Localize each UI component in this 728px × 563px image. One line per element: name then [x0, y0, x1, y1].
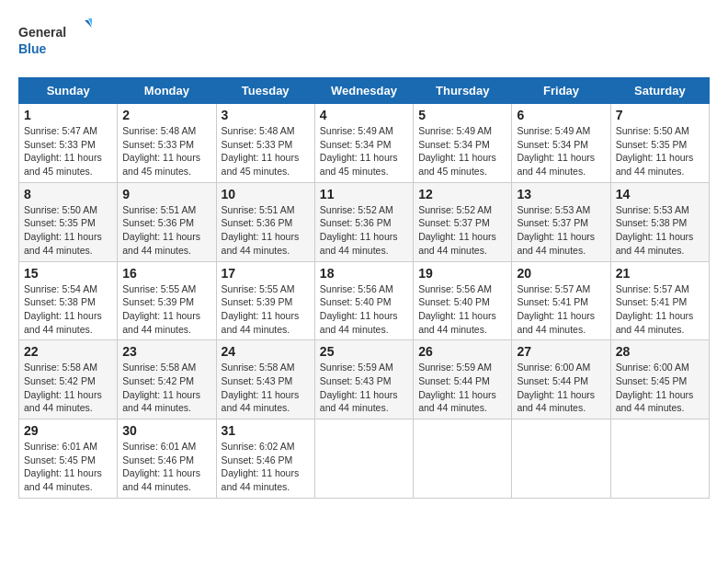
- calendar-cell: 23 Sunrise: 5:58 AM Sunset: 5:42 PM Dayl…: [118, 340, 216, 419]
- day-number: 22: [24, 344, 112, 359]
- day-info: Sunrise: 5:49 AM Sunset: 5:34 PM Dayligh…: [320, 124, 408, 178]
- day-number: 6: [517, 108, 605, 122]
- calendar-cell: 10 Sunrise: 5:51 AM Sunset: 5:36 PM Dayl…: [216, 182, 314, 261]
- calendar-cell: [414, 419, 512, 499]
- calendar-cell: 26 Sunrise: 5:59 AM Sunset: 5:44 PM Dayl…: [414, 340, 512, 419]
- day-info: Sunrise: 5:51 AM Sunset: 5:36 PM Dayligh…: [122, 203, 210, 258]
- calendar-cell: 24 Sunrise: 5:58 AM Sunset: 5:43 PM Dayl…: [216, 340, 314, 419]
- calendar-cell: 22 Sunrise: 5:58 AM Sunset: 5:42 PM Dayl…: [19, 340, 118, 419]
- calendar-cell: 19 Sunrise: 5:56 AM Sunset: 5:40 PM Dayl…: [414, 261, 512, 340]
- calendar-cell: 12 Sunrise: 5:52 AM Sunset: 5:37 PM Dayl…: [414, 182, 512, 261]
- day-number: 23: [122, 344, 210, 359]
- day-info: Sunrise: 5:50 AM Sunset: 5:35 PM Dayligh…: [616, 124, 704, 178]
- day-info: Sunrise: 5:51 AM Sunset: 5:36 PM Dayligh…: [222, 203, 310, 258]
- day-info: Sunrise: 5:54 AM Sunset: 5:38 PM Dayligh…: [24, 282, 112, 337]
- calendar-cell: 4 Sunrise: 5:49 AM Sunset: 5:34 PM Dayli…: [314, 104, 413, 183]
- day-info: Sunrise: 5:58 AM Sunset: 5:42 PM Dayligh…: [122, 361, 210, 415]
- day-info: Sunrise: 6:00 AM Sunset: 5:45 PM Dayligh…: [616, 361, 704, 415]
- day-info: Sunrise: 5:58 AM Sunset: 5:42 PM Dayligh…: [24, 361, 112, 415]
- day-number: 9: [122, 187, 210, 201]
- day-info: Sunrise: 5:48 AM Sunset: 5:33 PM Dayligh…: [122, 124, 210, 178]
- day-number: 15: [24, 266, 112, 281]
- day-info: Sunrise: 5:57 AM Sunset: 5:41 PM Dayligh…: [616, 282, 704, 337]
- day-number: 12: [418, 187, 506, 201]
- day-info: Sunrise: 5:50 AM Sunset: 5:35 PM Dayligh…: [24, 203, 112, 258]
- day-of-week-header: Saturday: [610, 78, 709, 104]
- day-info: Sunrise: 5:59 AM Sunset: 5:44 PM Dayligh…: [418, 361, 506, 415]
- calendar-cell: 1 Sunrise: 5:47 AM Sunset: 5:33 PM Dayli…: [19, 104, 118, 183]
- day-number: 29: [24, 423, 112, 438]
- day-info: Sunrise: 6:00 AM Sunset: 5:44 PM Dayligh…: [517, 361, 605, 415]
- day-number: 25: [320, 344, 408, 359]
- svg-text:General: General: [18, 25, 66, 40]
- day-of-week-header: Thursday: [414, 78, 512, 104]
- day-number: 27: [517, 344, 605, 359]
- calendar-cell: 13 Sunrise: 5:53 AM Sunset: 5:37 PM Dayl…: [512, 182, 610, 261]
- day-number: 28: [616, 344, 704, 359]
- calendar-cell: 21 Sunrise: 5:57 AM Sunset: 5:41 PM Dayl…: [610, 261, 709, 340]
- day-number: 1: [24, 108, 112, 122]
- day-number: 30: [122, 423, 210, 438]
- calendar-cell: [512, 419, 610, 499]
- day-info: Sunrise: 6:01 AM Sunset: 5:45 PM Dayligh…: [24, 440, 112, 494]
- calendar-cell: 27 Sunrise: 6:00 AM Sunset: 5:44 PM Dayl…: [512, 340, 610, 419]
- day-info: Sunrise: 5:47 AM Sunset: 5:33 PM Dayligh…: [24, 124, 112, 178]
- day-info: Sunrise: 5:55 AM Sunset: 5:39 PM Dayligh…: [122, 282, 210, 337]
- svg-text:Blue: Blue: [18, 41, 47, 56]
- day-of-week-header: Monday: [118, 78, 216, 104]
- day-info: Sunrise: 5:55 AM Sunset: 5:39 PM Dayligh…: [222, 282, 310, 337]
- day-number: 16: [122, 266, 210, 281]
- calendar-cell: 2 Sunrise: 5:48 AM Sunset: 5:33 PM Dayli…: [118, 104, 216, 183]
- calendar-cell: 29 Sunrise: 6:01 AM Sunset: 5:45 PM Dayl…: [19, 419, 118, 499]
- day-info: Sunrise: 6:01 AM Sunset: 5:46 PM Dayligh…: [122, 440, 210, 494]
- calendar-table: SundayMondayTuesdayWednesdayThursdayFrid…: [18, 77, 710, 499]
- calendar-cell: 25 Sunrise: 5:59 AM Sunset: 5:43 PM Dayl…: [314, 340, 413, 419]
- calendar-cell: 6 Sunrise: 5:49 AM Sunset: 5:34 PM Dayli…: [512, 104, 610, 183]
- day-info: Sunrise: 5:59 AM Sunset: 5:43 PM Dayligh…: [320, 361, 408, 415]
- day-number: 31: [222, 423, 310, 438]
- day-of-week-header: Sunday: [19, 78, 118, 104]
- calendar-cell: 9 Sunrise: 5:51 AM Sunset: 5:36 PM Dayli…: [118, 182, 216, 261]
- calendar-cell: 28 Sunrise: 6:00 AM Sunset: 5:45 PM Dayl…: [610, 340, 709, 419]
- logo: General Blue: [18, 18, 92, 59]
- calendar-cell: [314, 419, 413, 499]
- calendar-cell: 14 Sunrise: 5:53 AM Sunset: 5:38 PM Dayl…: [610, 182, 709, 261]
- calendar-cell: [610, 419, 709, 499]
- calendar-cell: 11 Sunrise: 5:52 AM Sunset: 5:36 PM Dayl…: [314, 182, 413, 261]
- day-info: Sunrise: 5:52 AM Sunset: 5:36 PM Dayligh…: [320, 203, 408, 258]
- day-number: 18: [320, 266, 408, 281]
- day-number: 14: [616, 187, 704, 201]
- calendar-cell: 30 Sunrise: 6:01 AM Sunset: 5:46 PM Dayl…: [118, 419, 216, 499]
- day-number: 24: [222, 344, 310, 359]
- day-info: Sunrise: 5:57 AM Sunset: 5:41 PM Dayligh…: [517, 282, 605, 337]
- calendar-cell: 3 Sunrise: 5:48 AM Sunset: 5:33 PM Dayli…: [216, 104, 314, 183]
- day-info: Sunrise: 5:48 AM Sunset: 5:33 PM Dayligh…: [222, 124, 310, 178]
- day-number: 4: [320, 108, 408, 122]
- day-number: 17: [222, 266, 310, 281]
- calendar-cell: 8 Sunrise: 5:50 AM Sunset: 5:35 PM Dayli…: [19, 182, 118, 261]
- calendar-cell: 20 Sunrise: 5:57 AM Sunset: 5:41 PM Dayl…: [512, 261, 610, 340]
- day-info: Sunrise: 5:58 AM Sunset: 5:43 PM Dayligh…: [222, 361, 310, 415]
- day-number: 3: [222, 108, 310, 122]
- day-number: 10: [222, 187, 310, 201]
- day-info: Sunrise: 6:02 AM Sunset: 5:46 PM Dayligh…: [222, 440, 310, 494]
- day-number: 26: [418, 344, 506, 359]
- day-info: Sunrise: 5:56 AM Sunset: 5:40 PM Dayligh…: [418, 282, 506, 337]
- day-number: 21: [616, 266, 704, 281]
- calendar-cell: 5 Sunrise: 5:49 AM Sunset: 5:34 PM Dayli…: [414, 104, 512, 183]
- calendar-cell: 16 Sunrise: 5:55 AM Sunset: 5:39 PM Dayl…: [118, 261, 216, 340]
- day-info: Sunrise: 5:53 AM Sunset: 5:37 PM Dayligh…: [517, 203, 605, 258]
- day-info: Sunrise: 5:49 AM Sunset: 5:34 PM Dayligh…: [517, 124, 605, 178]
- calendar-cell: 31 Sunrise: 6:02 AM Sunset: 5:46 PM Dayl…: [216, 419, 314, 499]
- day-info: Sunrise: 5:49 AM Sunset: 5:34 PM Dayligh…: [418, 124, 506, 178]
- day-number: 20: [517, 266, 605, 281]
- day-of-week-header: Wednesday: [314, 78, 413, 104]
- calendar-cell: 18 Sunrise: 5:56 AM Sunset: 5:40 PM Dayl…: [314, 261, 413, 340]
- calendar-cell: 15 Sunrise: 5:54 AM Sunset: 5:38 PM Dayl…: [19, 261, 118, 340]
- day-number: 19: [418, 266, 506, 281]
- day-number: 8: [24, 187, 112, 201]
- day-of-week-header: Tuesday: [216, 78, 314, 104]
- calendar-cell: 7 Sunrise: 5:50 AM Sunset: 5:35 PM Dayli…: [610, 104, 709, 183]
- calendar-cell: 17 Sunrise: 5:55 AM Sunset: 5:39 PM Dayl…: [216, 261, 314, 340]
- day-of-week-header: Friday: [512, 78, 610, 104]
